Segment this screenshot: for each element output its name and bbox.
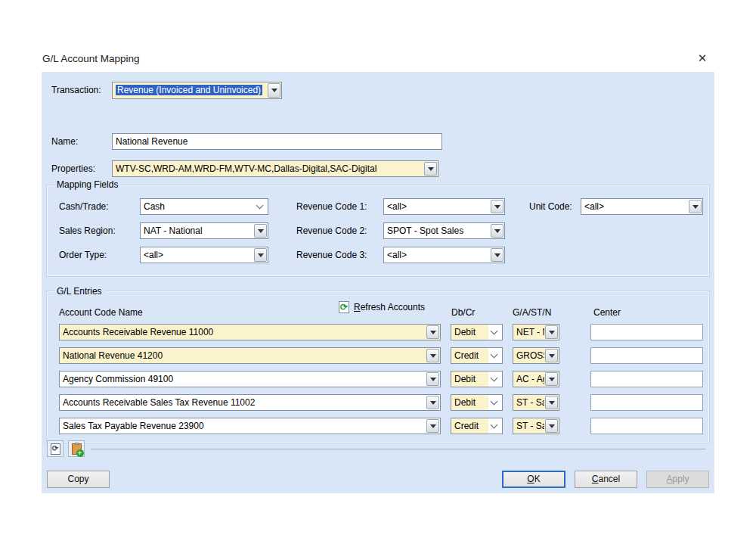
- gastn-combo[interactable]: AC - Agenc: [513, 371, 559, 387]
- gl-entry-row: Sales Tax Payable Revenue 23900CreditST …: [42, 418, 714, 434]
- gastn-combo[interactable]: NET - Net A: [513, 324, 559, 340]
- gl-account-mapping-dialog: G/L Account Mapping ✕ Transaction: Reven…: [42, 45, 714, 493]
- dropdown-arrow-icon[interactable]: [268, 83, 280, 98]
- dbcr-combo[interactable]: Credit: [451, 418, 503, 434]
- account-code-combo[interactable]: Accounts Receivable Sales Tax Revenue 11…: [59, 394, 441, 411]
- separator-line: [91, 449, 705, 449]
- revenue-code-2-label: Revenue Code 2:: [296, 225, 367, 236]
- revenue-code-1-combo[interactable]: <all>: [383, 198, 505, 215]
- gastn-combo[interactable]: ST - Sales T: [513, 418, 559, 434]
- dbcr-combo[interactable]: Credit: [451, 347, 503, 364]
- order-type-label: Order Type:: [59, 250, 107, 260]
- sales-region-combo[interactable]: NAT - National: [140, 222, 268, 239]
- chevron-down-icon: [491, 421, 498, 429]
- chevron-down-icon: [491, 328, 498, 335]
- cash-trade-label: Cash/Trade:: [59, 201, 109, 212]
- center-input[interactable]: [590, 347, 703, 364]
- revenue-code-1-label: Revenue Code 1:: [296, 201, 367, 212]
- dropdown-arrow-icon[interactable]: [426, 349, 439, 362]
- dropdown-arrow-icon[interactable]: [491, 248, 503, 262]
- gl-entry-row: Accounts Receivable Sales Tax Revenue 11…: [42, 394, 714, 411]
- dropdown-arrow-icon[interactable]: [254, 248, 267, 262]
- copy-button[interactable]: Copy: [47, 471, 110, 488]
- revenue-code-3-combo[interactable]: <all>: [383, 247, 505, 263]
- revenue-code-3-label: Revenue Code 3:: [296, 250, 367, 260]
- account-code-combo[interactable]: Accounts Receivable Revenue 11000: [59, 324, 441, 340]
- refresh-accounts-label: Refresh Accounts: [354, 302, 425, 312]
- account-code-combo[interactable]: Agency Commission 49100: [59, 371, 441, 387]
- dropdown-arrow-icon[interactable]: [545, 325, 558, 339]
- gastn-combo[interactable]: GROSS - Gr: [513, 347, 559, 364]
- dropdown-arrow-icon[interactable]: [426, 372, 439, 386]
- gl-entries-title: G/L Entries: [54, 286, 105, 297]
- close-icon[interactable]: ✕: [694, 50, 711, 67]
- dropdown-arrow-icon[interactable]: [426, 396, 439, 409]
- dropdown-arrow-icon[interactable]: [545, 372, 558, 386]
- center-input[interactable]: [590, 418, 703, 434]
- center-input[interactable]: [590, 324, 703, 340]
- dropdown-arrow-icon[interactable]: [424, 162, 437, 176]
- cash-trade-combo[interactable]: Cash: [140, 198, 268, 215]
- unit-code-combo[interactable]: <all>: [581, 198, 703, 215]
- gastn-header: G/A/ST/N: [513, 307, 551, 318]
- unit-code-label: Unit Code:: [529, 201, 572, 212]
- order-type-combo[interactable]: <all>: [140, 247, 268, 263]
- center-header: Center: [593, 307, 621, 318]
- dialog-title: G/L Account Mapping: [42, 53, 140, 64]
- refresh-grid-button[interactable]: ⟳: [47, 440, 64, 457]
- gastn-combo[interactable]: ST - Sales T: [513, 394, 559, 411]
- dropdown-arrow-icon[interactable]: [426, 419, 439, 433]
- chevron-down-icon: [256, 202, 264, 210]
- dialog-body: Transaction: Revenue (Invoiced and Uninv…: [42, 72, 714, 493]
- refresh-accounts-button[interactable]: ⟳ Refresh Accounts: [339, 301, 425, 313]
- dbcr-header: Db/Cr: [451, 307, 475, 318]
- clipboard-add-icon: +: [72, 443, 82, 455]
- properties-label: Properties:: [51, 163, 95, 174]
- dropdown-arrow-icon[interactable]: [689, 200, 702, 213]
- name-label: Name:: [51, 136, 78, 147]
- center-input[interactable]: [590, 371, 703, 387]
- gl-entry-row: Accounts Receivable Revenue 11000DebitNE…: [42, 324, 714, 340]
- account-code-combo[interactable]: National Revenue 41200: [59, 347, 441, 364]
- sales-region-label: Sales Region:: [59, 225, 116, 236]
- chevron-down-icon: [491, 351, 498, 359]
- cancel-button[interactable]: Cancel: [575, 471, 637, 488]
- chevron-down-icon: [491, 398, 498, 406]
- center-input[interactable]: [590, 394, 703, 411]
- ok-button[interactable]: OK: [502, 471, 565, 488]
- gl-entry-row: National Revenue 41200CreditGROSS - Gr: [42, 347, 714, 364]
- mapping-fields-title: Mapping Fields: [54, 179, 121, 190]
- dbcr-combo[interactable]: Debit: [451, 371, 503, 387]
- properties-combo[interactable]: WTV-SC,WRD-AM,WRD-FM,WTV-MC,Dallas-Digit…: [112, 160, 438, 177]
- gl-entry-row: Agency Commission 49100DebitAC - Agenc: [42, 371, 714, 387]
- dropdown-arrow-icon[interactable]: [545, 396, 558, 409]
- apply-button[interactable]: Apply: [646, 471, 709, 488]
- account-code-name-header: Account Code Name: [59, 307, 143, 318]
- dropdown-arrow-icon[interactable]: [426, 325, 439, 339]
- name-input[interactable]: [112, 133, 442, 150]
- chevron-down-icon: [491, 375, 498, 382]
- account-code-combo[interactable]: Sales Tax Payable Revenue 23900: [59, 418, 441, 434]
- refresh-accounts-icon: ⟳: [339, 301, 349, 313]
- dropdown-arrow-icon[interactable]: [491, 224, 503, 238]
- dropdown-arrow-icon[interactable]: [545, 349, 558, 362]
- revenue-code-2-combo[interactable]: SPOT - Spot Sales: [383, 222, 505, 239]
- dbcr-combo[interactable]: Debit: [451, 324, 503, 340]
- add-entry-button[interactable]: +: [68, 440, 85, 457]
- transaction-combo[interactable]: Revenue (Invoiced and Uninvoiced): [112, 82, 282, 99]
- dbcr-combo[interactable]: Debit: [451, 394, 503, 411]
- dropdown-arrow-icon[interactable]: [545, 419, 558, 433]
- transaction-selected-text: Revenue (Invoiced and Uninvoiced): [116, 85, 262, 95]
- dropdown-arrow-icon[interactable]: [254, 224, 267, 238]
- refresh-page-icon: ⟳: [51, 443, 60, 455]
- dropdown-arrow-icon[interactable]: [491, 200, 503, 213]
- transaction-label: Transaction:: [51, 85, 101, 95]
